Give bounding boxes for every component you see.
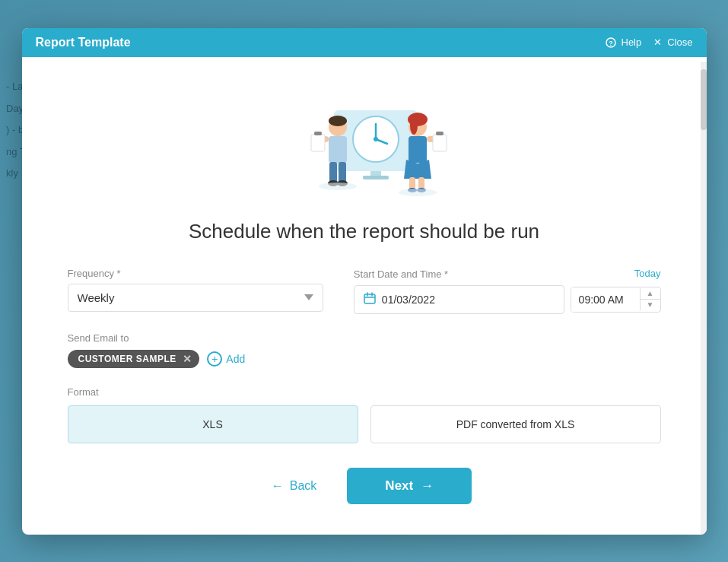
svg-rect-24	[409, 177, 415, 189]
modal-body: Schedule when the report should be run F…	[22, 57, 707, 535]
svg-rect-19	[314, 132, 322, 135]
svg-rect-30	[436, 132, 443, 135]
frequency-group: Frequency * Weekly Daily Monthly Yearly	[68, 268, 323, 312]
email-tag-remove[interactable]: ✕	[183, 354, 192, 364]
svg-point-31	[319, 183, 357, 190]
footer-actions: ← Back Next →	[68, 468, 661, 504]
send-email-section: Send Email to CUSTOMER SAMPLE ✕ + Add	[68, 332, 661, 368]
svg-rect-18	[311, 135, 325, 151]
svg-point-22	[410, 116, 418, 135]
svg-point-11	[329, 116, 347, 126]
datetime-label: Start Date and Time *	[354, 268, 448, 280]
svg-rect-9	[363, 176, 389, 179]
back-arrow-icon: ←	[272, 479, 284, 493]
modal-title: Report Template	[36, 36, 131, 49]
modal: Report Template ? Help ✕ Close	[22, 28, 707, 535]
svg-rect-12	[329, 136, 347, 163]
time-input[interactable]	[571, 287, 640, 312]
back-button[interactable]: ← Back	[256, 470, 332, 502]
svg-rect-14	[339, 162, 346, 183]
datetime-header: Start Date and Time * Today	[354, 268, 661, 281]
format-options: XLS PDF converted from XLS	[68, 405, 661, 443]
svg-point-32	[399, 189, 437, 196]
datetime-group: Start Date and Time * Today	[354, 268, 661, 314]
svg-rect-23	[409, 136, 427, 163]
datetime-inputs: 01/03/2022 ▲ ▼	[354, 285, 661, 314]
svg-text:?: ?	[609, 40, 613, 47]
scrollbar-thumb[interactable]	[701, 69, 707, 130]
format-xls-button[interactable]: XLS	[68, 405, 358, 443]
svg-rect-13	[329, 162, 337, 183]
svg-rect-25	[418, 177, 424, 189]
frequency-label: Frequency *	[68, 268, 323, 279]
form-row-frequency-datetime: Frequency * Weekly Daily Monthly Yearly …	[68, 268, 661, 314]
scrollbar-track[interactable]	[701, 62, 707, 535]
date-input[interactable]: 01/03/2022	[354, 285, 564, 314]
add-email-button[interactable]: + Add	[207, 351, 245, 367]
date-value: 01/03/2022	[382, 294, 435, 306]
next-arrow-icon: →	[421, 478, 434, 494]
page-heading: Schedule when the report should be run	[68, 220, 661, 243]
modal-header-actions: ? Help ✕ Close	[606, 37, 693, 48]
send-email-label: Send Email to	[68, 332, 661, 344]
format-label: Format	[68, 386, 661, 398]
today-link[interactable]: Today	[634, 268, 661, 279]
calendar-icon	[364, 292, 376, 307]
time-down-button[interactable]: ▼	[641, 300, 660, 310]
close-button[interactable]: ✕ Close	[653, 37, 692, 48]
help-button[interactable]: ? Help	[606, 37, 642, 48]
email-tag-customer-sample: CUSTOMER SAMPLE ✕	[68, 350, 200, 368]
svg-point-6	[374, 137, 378, 141]
next-label: Next	[385, 478, 413, 494]
time-spinners: ▲ ▼	[640, 288, 660, 310]
add-label: Add	[226, 353, 245, 365]
illustration	[68, 80, 661, 202]
time-up-button[interactable]: ▲	[641, 288, 660, 300]
frequency-select[interactable]: Weekly Daily Monthly Yearly	[68, 284, 323, 312]
time-input-wrapper: ▲ ▼	[571, 287, 661, 313]
modal-header: Report Template ? Help ✕ Close	[22, 28, 707, 57]
svg-rect-33	[364, 294, 375, 303]
email-tags: CUSTOMER SAMPLE ✕ + Add	[68, 350, 661, 368]
format-section: Format XLS PDF converted from XLS	[68, 386, 661, 443]
next-button[interactable]: Next →	[347, 468, 472, 504]
svg-rect-29	[433, 135, 447, 151]
back-label: Back	[290, 479, 317, 493]
format-pdf-button[interactable]: PDF converted from XLS	[370, 405, 661, 443]
email-tag-label: CUSTOMER SAMPLE	[78, 354, 176, 364]
add-circle-icon: +	[207, 351, 222, 367]
